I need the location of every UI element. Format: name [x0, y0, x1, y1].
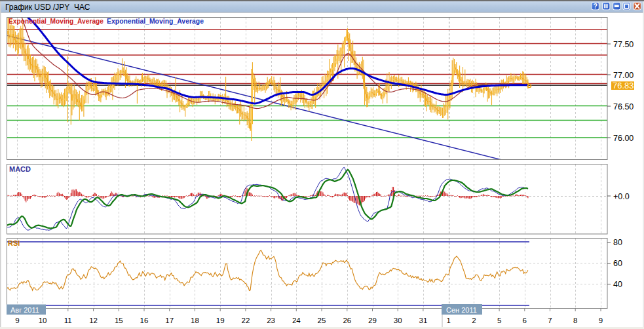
- svg-text:1: 1: [446, 317, 450, 324]
- svg-text:?: ?: [594, 3, 597, 10]
- svg-text:9: 9: [15, 317, 19, 324]
- svg-text:8: 8: [573, 317, 577, 324]
- svg-text:22: 22: [242, 317, 250, 324]
- svg-text:17: 17: [165, 317, 174, 324]
- svg-text:76.83: 76.83: [613, 81, 634, 90]
- svg-text:76.00: 76.00: [613, 134, 634, 143]
- svg-text:23: 23: [267, 317, 275, 324]
- svg-text:График USD /JPY ЧАС: График USD /JPY ЧАС: [5, 3, 90, 12]
- svg-text:2: 2: [472, 317, 476, 324]
- svg-text:19: 19: [216, 317, 225, 324]
- svg-text:5: 5: [497, 317, 501, 324]
- svg-text:40: 40: [613, 280, 622, 289]
- svg-text:Авг 2011: Авг 2011: [10, 306, 39, 314]
- svg-text:6: 6: [523, 317, 527, 324]
- svg-text:Сен 2011: Сен 2011: [446, 306, 477, 314]
- svg-text:12: 12: [89, 317, 98, 324]
- svg-text:60: 60: [613, 259, 622, 268]
- svg-text:77.00: 77.00: [613, 71, 634, 80]
- svg-text:30: 30: [394, 317, 402, 324]
- svg-text:16: 16: [140, 317, 149, 324]
- svg-text:7: 7: [548, 317, 552, 324]
- svg-text:26: 26: [343, 317, 351, 324]
- svg-text:9: 9: [599, 317, 603, 324]
- svg-text:11: 11: [64, 317, 72, 324]
- svg-text:Exponential_Moving_Average: Exponential_Moving_Average: [107, 17, 204, 25]
- svg-text:31: 31: [419, 317, 428, 324]
- svg-text:25: 25: [318, 317, 326, 324]
- svg-text:+0.0: +0.0: [613, 192, 630, 201]
- svg-text:29: 29: [368, 317, 377, 324]
- svg-text:76.50: 76.50: [613, 102, 634, 111]
- svg-text:15: 15: [115, 317, 123, 324]
- svg-text:MACD: MACD: [9, 165, 31, 173]
- svg-text:10: 10: [39, 317, 47, 324]
- svg-text:RSI: RSI: [8, 239, 20, 247]
- svg-text:Exponential_Moving_Average: Exponential_Moving_Average: [9, 17, 104, 25]
- svg-text:24: 24: [292, 317, 301, 324]
- svg-text:77.50: 77.50: [613, 40, 634, 49]
- svg-text:80: 80: [613, 238, 622, 247]
- svg-text:18: 18: [191, 317, 199, 324]
